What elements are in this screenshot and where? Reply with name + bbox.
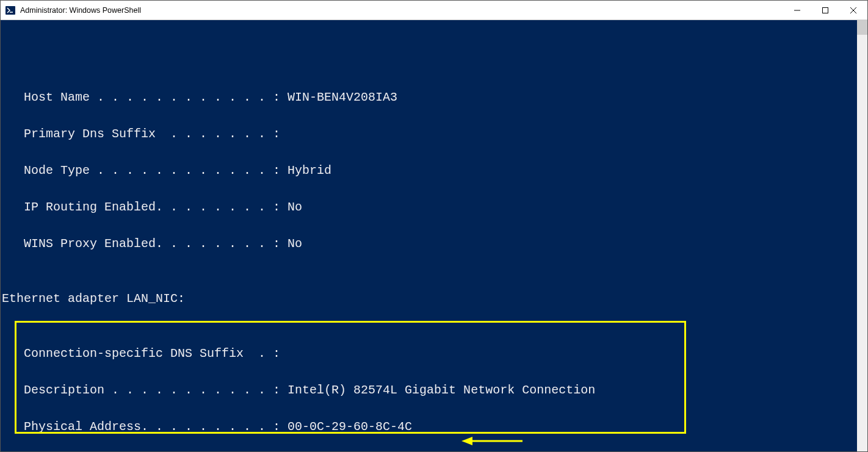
- output-line: Primary Dns Suffix . . . . . . . :: [2, 125, 867, 143]
- svg-rect-1: [823, 7, 828, 13]
- maximize-button[interactable]: [811, 1, 839, 20]
- powershell-icon: [5, 5, 15, 15]
- output-line: WINS Proxy Enabled. . . . . . . . : No: [2, 235, 867, 253]
- title-bar[interactable]: Administrator: Windows PowerShell: [1, 1, 867, 20]
- output-line: Host Name . . . . . . . . . . . . : WIN-…: [2, 88, 867, 107]
- output-line: Description . . . . . . . . . . . : Inte…: [2, 381, 867, 400]
- vertical-scrollbar[interactable]: [857, 20, 867, 451]
- terminal-area[interactable]: Host Name . . . . . . . . . . . . : WIN-…: [1, 20, 867, 451]
- output-line: Ethernet adapter LAN_NIC:: [2, 290, 867, 308]
- window-title: Administrator: Windows PowerShell: [20, 6, 783, 15]
- scrollbar-thumb[interactable]: [857, 20, 867, 35]
- minimize-button[interactable]: [783, 1, 811, 20]
- output-line: Node Type . . . . . . . . . . . . : Hybr…: [2, 162, 867, 180]
- close-button[interactable]: [839, 1, 867, 20]
- output-line: IP Routing Enabled. . . . . . . . : No: [2, 198, 867, 217]
- scrollbar-track[interactable]: [857, 35, 867, 451]
- output-line: Physical Address. . . . . . . . . : 00-0…: [2, 418, 867, 436]
- output-line: Connection-specific DNS Suffix . :: [2, 345, 867, 363]
- powershell-window: Administrator: Windows PowerShell Host N…: [0, 0, 868, 452]
- terminal-output: Host Name . . . . . . . . . . . . : WIN-…: [1, 57, 867, 451]
- window-controls: [783, 1, 867, 20]
